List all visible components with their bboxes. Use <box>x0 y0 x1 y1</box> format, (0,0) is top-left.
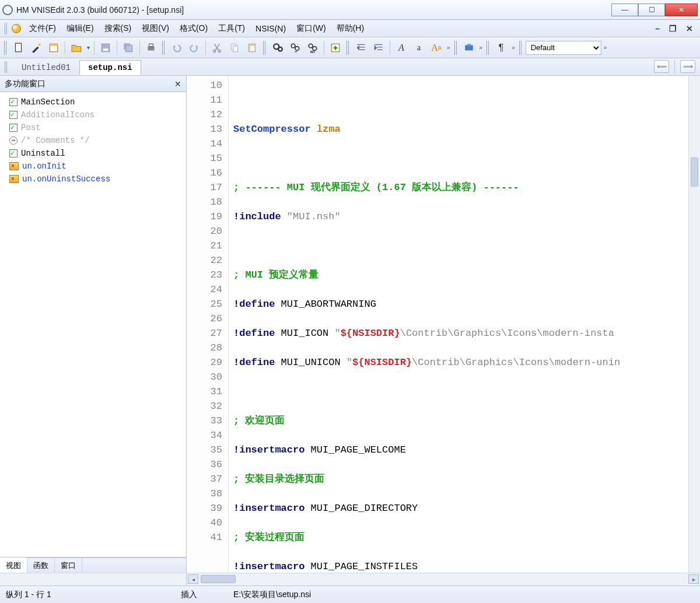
svg-rect-9 <box>149 44 153 47</box>
redo-button[interactable] <box>186 40 202 55</box>
font-large-button[interactable]: AB <box>428 40 444 55</box>
script-button[interactable] <box>46 40 62 55</box>
svg-point-19 <box>295 46 299 50</box>
tree-item-post[interactable]: Post <box>1 121 185 134</box>
scroll-thumb[interactable] <box>691 157 698 187</box>
tree-item-uninstall[interactable]: Uninstall <box>1 147 185 160</box>
checkbox-icon <box>9 98 18 106</box>
comment-icon <box>9 136 18 145</box>
menu-format[interactable]: 格式(O) <box>175 21 212 36</box>
tab-setup[interactable]: setup.nsi <box>79 60 141 75</box>
menu-help[interactable]: 帮助(H) <box>332 21 369 36</box>
style-overflow[interactable]: » <box>603 44 608 51</box>
undo-button[interactable] <box>169 40 185 55</box>
save-button[interactable] <box>97 40 114 55</box>
svg-point-20 <box>309 44 313 48</box>
print-button[interactable] <box>143 40 159 55</box>
svg-rect-3 <box>50 44 58 45</box>
tree-item-oninit[interactable]: un.onInit <box>1 160 185 173</box>
grip-icon <box>162 41 166 55</box>
format-overflow[interactable]: » <box>446 44 452 51</box>
tree-item-comments[interactable]: /* Comments */ <box>1 134 185 147</box>
minimize-button[interactable]: — <box>611 3 638 16</box>
panel-tab-functions[interactable]: 函数 <box>27 558 55 573</box>
menu-window[interactable]: 窗口(W) <box>292 21 331 36</box>
grip-icon <box>519 41 523 55</box>
svg-rect-24 <box>465 45 473 50</box>
save-all-button[interactable] <box>120 40 136 55</box>
goto-button[interactable] <box>327 40 344 55</box>
code-editor[interactable]: 1011121314151617181920212223242526272829… <box>187 76 700 573</box>
status-bar: 纵列 1 - 行 1 插入 E:\安装项目\setup.nsi <box>0 586 700 603</box>
panel-bottom-tabs: 视图 函数 窗口 <box>0 558 186 573</box>
pilcrow-button[interactable]: ¶ <box>493 40 509 55</box>
mdi-minimize[interactable]: – <box>653 24 662 33</box>
new-file-button[interactable] <box>10 40 27 55</box>
tree-item-additionalicons[interactable]: AdditionalIcons <box>1 108 185 121</box>
outdent-button[interactable] <box>353 40 369 55</box>
menu-search[interactable]: 搜索(S) <box>100 21 136 36</box>
wizard-button[interactable] <box>28 40 44 55</box>
svg-rect-15 <box>250 45 255 51</box>
cut-button[interactable] <box>209 40 225 55</box>
function-icon <box>9 175 19 183</box>
svg-text:ab: ab <box>310 49 316 53</box>
grip-icon <box>346 41 350 55</box>
open-button[interactable] <box>68 40 85 55</box>
maximize-button[interactable]: ☐ <box>638 3 665 16</box>
tree-item-onuninstsuccess[interactable]: un.onUninstSuccess <box>1 173 185 185</box>
tree-item-mainsection[interactable]: MainSection <box>1 96 185 108</box>
find-next-button[interactable] <box>287 40 303 55</box>
status-position: 纵列 1 - 行 1 <box>6 590 163 600</box>
workspace: 多功能窗口 ✕ MainSection AdditionalIcons Post… <box>0 76 700 573</box>
nav-back-button[interactable]: ⟸ <box>654 60 669 73</box>
panel-tab-window[interactable]: 窗口 <box>55 558 82 573</box>
horizontal-scrollbar[interactable]: ◂ ▸ <box>187 573 700 586</box>
indent-button[interactable] <box>370 40 387 55</box>
scroll-right-button[interactable]: ▸ <box>688 574 699 584</box>
status-path: E:\安装项目\setup.nsi <box>233 590 311 600</box>
nav-forward-button[interactable]: ⟹ <box>680 60 695 73</box>
font-small-button[interactable]: a <box>411 40 427 55</box>
grip-icon <box>4 41 8 55</box>
svg-rect-0 <box>15 43 21 52</box>
mdi-restore[interactable]: ❐ <box>667 24 679 33</box>
panel-tab-view[interactable]: 视图 <box>0 558 27 573</box>
scroll-thumb[interactable] <box>201 575 236 583</box>
view-overflow[interactable]: » <box>510 44 516 51</box>
italic-button[interactable]: A <box>393 40 410 55</box>
close-button[interactable]: ✕ <box>665 3 698 16</box>
menu-view[interactable]: 视图(V) <box>137 21 174 36</box>
find-button[interactable] <box>270 40 286 55</box>
mdi-close[interactable]: ✕ <box>684 24 695 33</box>
copy-button[interactable] <box>226 40 243 55</box>
menu-file[interactable]: 文件(F) <box>24 21 61 36</box>
vertical-scrollbar[interactable] <box>688 76 700 573</box>
style-select[interactable]: Default <box>526 41 601 55</box>
menu-nsis[interactable]: NSIS(N) <box>251 22 290 36</box>
checkbox-icon <box>9 149 18 157</box>
open-dropdown[interactable]: ▾ <box>86 44 91 51</box>
compile-button[interactable] <box>461 40 477 55</box>
section-tree: MainSection AdditionalIcons Post /* Comm… <box>0 92 186 558</box>
svg-point-17 <box>278 47 282 51</box>
svg-rect-8 <box>148 46 154 50</box>
mdi-controls: – ❐ ✕ <box>653 24 695 33</box>
window-titlebar: HM VNISEdit 2.0.3 (build 060712) - [setu… <box>0 0 700 20</box>
svg-rect-25 <box>467 44 471 45</box>
svg-rect-7 <box>126 45 132 51</box>
grip-icon <box>454 41 458 55</box>
panel-header: 多功能窗口 ✕ <box>0 76 186 92</box>
menu-edit[interactable]: 编辑(E) <box>62 21 99 36</box>
line-gutter: 1011121314151617181920212223242526272829… <box>187 76 229 573</box>
paste-button[interactable] <box>244 40 260 55</box>
code-content[interactable]: SetCompressor lzma ; ------ MUI 现代界面定义 (… <box>229 76 688 573</box>
panel-close-button[interactable]: ✕ <box>174 79 181 89</box>
checkbox-icon <box>9 124 18 132</box>
scroll-left-button[interactable]: ◂ <box>188 574 198 584</box>
replace-button[interactable]: ab <box>304 40 321 55</box>
tab-untitled[interactable]: Untitled01 <box>13 60 79 75</box>
grip-icon <box>5 61 8 73</box>
menu-tools[interactable]: 工具(T) <box>214 21 250 36</box>
compile-overflow[interactable]: » <box>478 44 484 51</box>
